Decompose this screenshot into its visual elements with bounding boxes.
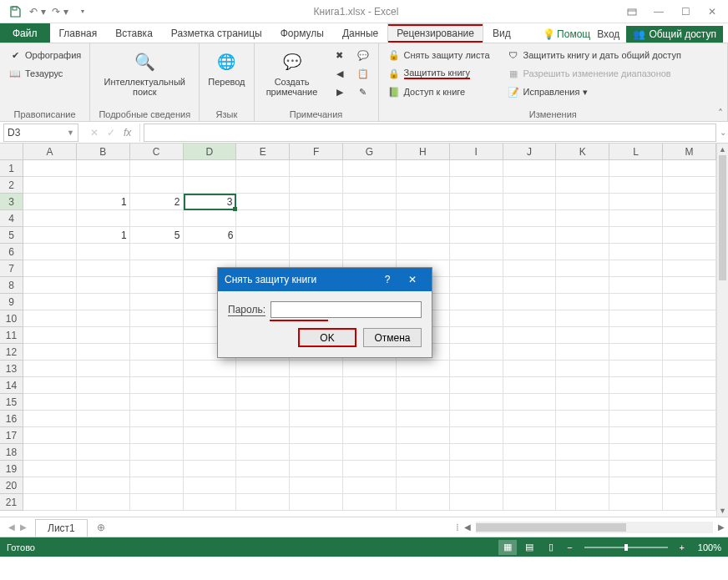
thesaurus-button[interactable]: 📖Тезаурус — [5, 65, 84, 82]
cell-J7[interactable] — [503, 260, 557, 277]
col-header-K[interactable]: K — [556, 144, 609, 159]
cell-A13[interactable] — [23, 361, 77, 377]
cell-L8[interactable] — [609, 277, 663, 294]
show-all-button[interactable]: 📋 — [353, 65, 373, 82]
row-header-14[interactable]: 14 — [0, 377, 23, 394]
cell-A8[interactable] — [23, 277, 77, 294]
translate-button[interactable]: 🌐Перевод — [205, 47, 248, 88]
cell-K7[interactable] — [556, 260, 609, 277]
col-header-B[interactable]: B — [77, 144, 130, 159]
cell-L7[interactable] — [609, 260, 663, 277]
cell-B11[interactable] — [77, 327, 130, 344]
cell-K10[interactable] — [556, 310, 609, 327]
cell-A20[interactable] — [23, 477, 77, 494]
cell-C13[interactable] — [130, 361, 184, 377]
select-all-corner[interactable] — [0, 144, 23, 160]
cell-M15[interactable] — [663, 394, 716, 411]
row-header-1[interactable]: 1 — [0, 160, 23, 177]
cell-D6[interactable] — [184, 244, 237, 260]
cell-C21[interactable] — [130, 494, 184, 511]
track-changes-button[interactable]: 📝Исправления ▾ — [503, 83, 685, 100]
cell-F5[interactable] — [290, 227, 343, 244]
save-button[interactable] — [5, 3, 25, 21]
signin-link[interactable]: Вход — [597, 28, 619, 40]
sheet-tab[interactable]: Лист1 — [35, 519, 88, 537]
share-workbook-button[interactable]: 📗Доступ к книге — [384, 83, 493, 100]
cell-C20[interactable] — [130, 477, 184, 494]
fx-icon[interactable]: fx — [120, 127, 134, 139]
cell-G18[interactable] — [343, 444, 397, 461]
cell-B16[interactable] — [77, 411, 130, 427]
cell-M9[interactable] — [663, 294, 716, 310]
cell-L10[interactable] — [609, 310, 663, 327]
tab-review[interactable]: Рецензирование — [387, 23, 483, 43]
cell-K5[interactable] — [556, 227, 609, 244]
col-header-M[interactable]: M — [663, 144, 716, 159]
cell-C14[interactable] — [130, 377, 184, 394]
cell-M7[interactable] — [663, 260, 716, 277]
col-header-D[interactable]: D — [184, 144, 237, 159]
cell-B15[interactable] — [77, 394, 130, 411]
row-header-4[interactable]: 4 — [0, 210, 23, 227]
cell-L16[interactable] — [609, 411, 663, 427]
cell-I18[interactable] — [450, 444, 503, 461]
cell-I1[interactable] — [450, 160, 503, 177]
cell-K4[interactable] — [556, 210, 609, 227]
tab-layout[interactable]: Разметка страницы — [162, 23, 271, 43]
cell-M16[interactable] — [663, 411, 716, 427]
cell-I12[interactable] — [450, 344, 503, 361]
cell-G6[interactable] — [343, 244, 397, 260]
cell-B8[interactable] — [77, 277, 130, 294]
row-header-10[interactable]: 10 — [0, 310, 23, 327]
allow-ranges-button[interactable]: ▦Разрешить изменение диапазонов — [503, 65, 685, 82]
add-sheet-button[interactable]: ⊕ — [93, 519, 109, 536]
cell-E16[interactable] — [236, 411, 290, 427]
cell-B6[interactable] — [77, 244, 130, 260]
cell-M14[interactable] — [663, 377, 716, 394]
row-header-8[interactable]: 8 — [0, 277, 23, 294]
spelling-button[interactable]: ✔Орфография — [5, 47, 84, 63]
cell-F20[interactable] — [290, 477, 343, 494]
cell-G16[interactable] — [343, 411, 397, 427]
cell-B5[interactable]: 1 — [77, 227, 130, 244]
cell-E2[interactable] — [236, 177, 290, 194]
cell-I11[interactable] — [450, 327, 503, 344]
ribbon-options-button[interactable] — [619, 3, 645, 21]
close-button[interactable]: ✕ — [700, 3, 725, 21]
cell-A3[interactable] — [23, 194, 77, 210]
cell-J21[interactable] — [503, 494, 557, 511]
minimize-button[interactable]: ― — [646, 3, 671, 21]
row-header-16[interactable]: 16 — [0, 411, 23, 427]
cell-A7[interactable] — [23, 260, 77, 277]
cell-F6[interactable] — [290, 244, 343, 260]
cell-M1[interactable] — [663, 160, 716, 177]
scroll-thumb[interactable] — [719, 155, 726, 280]
cell-I6[interactable] — [450, 244, 503, 260]
cell-J18[interactable] — [503, 444, 557, 461]
cell-K9[interactable] — [556, 294, 609, 310]
cell-A11[interactable] — [23, 327, 77, 344]
cell-A14[interactable] — [23, 377, 77, 394]
undo-button[interactable]: ↶ ▾ — [28, 3, 48, 21]
cell-C11[interactable] — [130, 327, 184, 344]
cell-F18[interactable] — [290, 444, 343, 461]
normal-view-button[interactable]: ▦ — [498, 540, 517, 555]
cell-C16[interactable] — [130, 411, 184, 427]
cell-G5[interactable] — [343, 227, 397, 244]
cell-J6[interactable] — [503, 244, 557, 260]
cell-G4[interactable] — [343, 210, 397, 227]
cell-I20[interactable] — [450, 477, 503, 494]
cell-K14[interactable] — [556, 377, 609, 394]
cell-H20[interactable] — [397, 477, 450, 494]
horizontal-scrollbar[interactable]: ◀ ▶ — [461, 522, 728, 533]
cell-J9[interactable] — [503, 294, 557, 310]
enter-icon[interactable]: ✓ — [104, 127, 119, 139]
cell-H13[interactable] — [397, 361, 450, 377]
cell-M18[interactable] — [663, 444, 716, 461]
cell-E15[interactable] — [236, 394, 290, 411]
cell-M4[interactable] — [663, 210, 716, 227]
cell-D1[interactable] — [184, 160, 237, 177]
scroll-up-button[interactable]: ▲ — [717, 144, 728, 155]
cell-L1[interactable] — [609, 160, 663, 177]
split-handle[interactable]: ⁞ — [451, 522, 461, 533]
